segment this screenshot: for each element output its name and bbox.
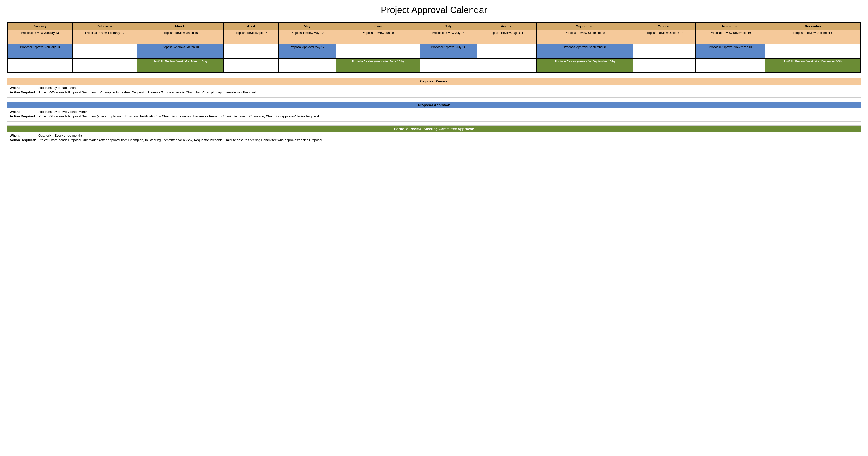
month-header-february: February (72, 23, 137, 30)
legend-review-action-value: Project Office sends Proposal Summary to… (38, 91, 858, 94)
calendar-cell-portfolio-july (420, 58, 477, 73)
month-header-january: January (7, 23, 72, 30)
legend-review-header: Proposal Review: (7, 78, 861, 85)
month-header-row: JanuaryFebruaryMarchAprilMayJuneJulyAugu… (7, 23, 861, 30)
page-title: Project Approval Calendar (7, 5, 861, 15)
calendar-row-approval: Proposal Approval January 13Proposal App… (7, 44, 861, 58)
legend-portfolio-action-value: Project Office sends Proposal Summaries … (38, 138, 858, 142)
calendar-table: JanuaryFebruaryMarchAprilMayJuneJulyAugu… (7, 22, 861, 73)
legend-approval-header: Proposal Approval: (7, 102, 861, 109)
month-header-july: July (420, 23, 477, 30)
month-header-december: December (765, 23, 861, 30)
legend-portfolio-when-value: Quarterly - Every three months (38, 134, 858, 137)
legend-portfolio-body: When: Quarterly - Every three months Act… (7, 132, 861, 145)
month-header-september: September (537, 23, 633, 30)
legend-review-when-value: 2nd Tuesday of each Month (38, 86, 858, 90)
calendar-cell-review-june: Proposal Review June 9 (336, 30, 420, 44)
calendar-cell-portfolio-august (477, 58, 537, 73)
legend-review-action-label: Action Required: (10, 91, 38, 94)
month-header-august: August (477, 23, 537, 30)
calendar-cell-review-october: Proposal Review October 13 (633, 30, 695, 44)
calendar-cell-portfolio-june: Portfolio Review (week after June 10th) (336, 58, 420, 73)
calendar-cell-approval-january: Proposal Approval January 13 (7, 44, 72, 58)
calendar-cell-approval-april (224, 44, 278, 58)
calendar-cell-approval-february (72, 44, 137, 58)
legend-portfolio-when-label: When: (10, 134, 38, 137)
legend-portfolio-header: Portfolio Review: Steering Committee App… (7, 126, 861, 132)
calendar-cell-portfolio-september: Portfolio Review (week after September 1… (537, 58, 633, 73)
month-header-october: October (633, 23, 695, 30)
calendar-cell-portfolio-october (633, 58, 695, 73)
calendar-cell-approval-may: Proposal Approval May 12 (278, 44, 336, 58)
month-header-april: April (224, 23, 278, 30)
calendar-cell-review-february: Proposal Review February 10 (72, 30, 137, 44)
calendar-cell-review-april: Proposal Review April 14 (224, 30, 278, 44)
calendar-cell-review-september: Proposal Review September 8 (537, 30, 633, 44)
calendar-cell-portfolio-april (224, 58, 278, 73)
calendar-cell-review-july: Proposal Review July 14 (420, 30, 477, 44)
calendar-cell-approval-november: Proposal Approval November 10 (695, 44, 765, 58)
legend-approval-action-value: Project Office sends Proposal Summary (a… (38, 114, 858, 118)
calendar-cell-approval-june (336, 44, 420, 58)
calendar-cell-approval-september: Proposal Approval September 8 (537, 44, 633, 58)
calendar-cell-review-december: Proposal Review December 8 (765, 30, 861, 44)
calendar-cell-portfolio-march: Portfolio Review (week after March 10th) (137, 58, 224, 73)
calendar-cell-review-january: Proposal Review January 13 (7, 30, 72, 44)
calendar-cell-portfolio-december: Portfolio Review (week after December 10… (765, 58, 861, 73)
month-header-march: March (137, 23, 224, 30)
legend-approval: Proposal Approval: When: 2nd Tuesday of … (7, 101, 861, 122)
calendar-cell-portfolio-november (695, 58, 765, 73)
legend-approval-body: When: 2nd Tuesday of every other Month A… (7, 109, 861, 121)
calendar-cell-approval-december (765, 44, 861, 58)
calendar-row-review: Proposal Review January 13Proposal Revie… (7, 30, 861, 44)
calendar-cell-portfolio-january (7, 58, 72, 73)
calendar-row-portfolio: Portfolio Review (week after March 10th)… (7, 58, 861, 73)
month-header-november: November (695, 23, 765, 30)
calendar-cell-approval-october (633, 44, 695, 58)
legend-approval-when-label: When: (10, 110, 38, 114)
month-header-may: May (278, 23, 336, 30)
legend-review-when-label: When: (10, 86, 38, 90)
legend-review: Proposal Review: When: 2nd Tuesday of ea… (7, 78, 861, 98)
calendar-cell-approval-july: Proposal Approval July 14 (420, 44, 477, 58)
legend-portfolio-action-label: Action Required: (10, 138, 38, 142)
calendar-cell-portfolio-may (278, 58, 336, 73)
legend-approval-action-label: Action Required: (10, 114, 38, 118)
calendar-cell-review-august: Proposal Review August 11 (477, 30, 537, 44)
calendar-cell-review-march: Proposal Review March 10 (137, 30, 224, 44)
legend-review-body: When: 2nd Tuesday of each Month Action R… (7, 85, 861, 97)
calendar-cell-review-november: Proposal Review November 10 (695, 30, 765, 44)
legend-approval-when-value: 2nd Tuesday of every other Month (38, 110, 858, 114)
calendar-cell-portfolio-february (72, 58, 137, 73)
calendar-cell-review-may: Proposal Review May 12 (278, 30, 336, 44)
legend-portfolio: Portfolio Review: Steering Committee App… (7, 125, 861, 145)
month-header-june: June (336, 23, 420, 30)
calendar-cell-approval-march: Proposal Approval March 10 (137, 44, 224, 58)
calendar-cell-approval-august (477, 44, 537, 58)
